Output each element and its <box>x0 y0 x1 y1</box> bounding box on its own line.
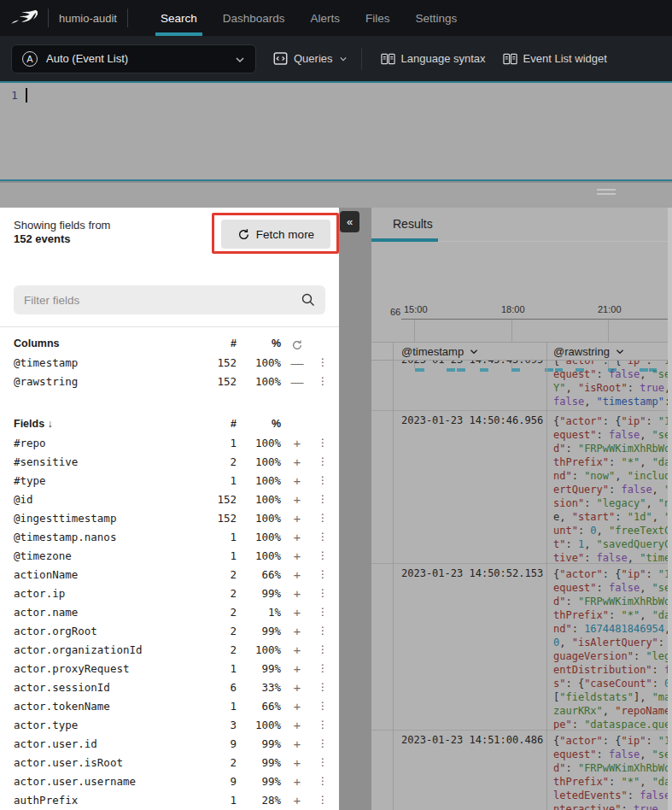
field-row[interactable]: @timestamp152100%—⋮ <box>14 353 332 372</box>
field-row[interactable]: actor.sessionId633%+⋮ <box>14 678 332 696</box>
add-column-icon[interactable]: + <box>281 643 313 657</box>
filter-fields-input[interactable]: Filter fields <box>14 285 325 314</box>
event-row[interactable]: 2023-01-23 14:50:52.153{"actor": {"ip": … <box>371 564 672 731</box>
field-row[interactable]: actor.tokenName166%+⋮ <box>14 696 332 715</box>
view-selector-label: Auto (Event List) <box>46 52 128 65</box>
event-row[interactable]: 2023-01-23 14:51:00.486{"actor": {"ip": … <box>371 731 672 810</box>
kebab-menu-icon[interactable]: ⋮ <box>313 587 332 599</box>
results-scrollbar[interactable] <box>668 208 672 810</box>
field-row[interactable]: actor.name21%+⋮ <box>14 602 332 621</box>
add-column-icon[interactable]: + <box>281 586 313 601</box>
field-row[interactable]: #type1100%+⋮ <box>14 471 332 490</box>
fetch-more-button[interactable]: Fetch more <box>221 220 330 249</box>
nav-tab-search[interactable]: Search <box>161 0 197 36</box>
kebab-menu-icon[interactable]: ⋮ <box>313 625 332 637</box>
kebab-menu-icon[interactable]: ⋮ <box>313 737 332 749</box>
field-row[interactable]: authPrefix128%+⋮ <box>14 790 332 809</box>
kebab-menu-icon[interactable]: ⋮ <box>313 643 332 655</box>
add-column-icon[interactable]: + <box>281 624 313 638</box>
field-row[interactable]: actor.user.id999%+⋮ <box>14 734 332 753</box>
field-row[interactable]: actor.type3100%+⋮ <box>14 715 332 734</box>
field-row[interactable]: @timezone1100%+⋮ <box>14 546 332 565</box>
field-row[interactable]: actionName266%+⋮ <box>14 565 332 584</box>
kebab-menu-icon[interactable]: ⋮ <box>313 719 332 731</box>
event-row[interactable]: 2023-01-23 14:45:45.095{"actor": {"ip": … <box>371 361 672 411</box>
remove-column-icon[interactable]: — <box>281 374 313 389</box>
kebab-menu-icon[interactable]: ⋮ <box>313 531 332 543</box>
add-column-icon[interactable]: + <box>281 530 313 544</box>
queries-button[interactable]: Queries <box>273 51 348 66</box>
kebab-menu-icon[interactable]: ⋮ <box>313 549 332 561</box>
add-column-icon[interactable]: + <box>281 680 313 695</box>
add-column-icon[interactable]: + <box>281 549 313 563</box>
editor-caret <box>26 88 27 103</box>
add-column-icon[interactable]: + <box>281 699 313 713</box>
rawstring-line: 0, "isAlertQuery": <box>553 636 670 649</box>
remove-column-icon[interactable]: — <box>281 355 313 370</box>
fetch-more-label: Fetch more <box>256 228 314 241</box>
kebab-menu-icon[interactable]: ⋮ <box>313 493 332 505</box>
add-column-icon[interactable]: + <box>281 774 313 789</box>
rawstring-column-header[interactable]: @rawstring <box>553 345 625 358</box>
timestamp-column-header[interactable]: @timestamp <box>401 345 479 358</box>
splitter-grip-icon[interactable] <box>597 189 616 197</box>
kebab-menu-icon[interactable]: ⋮ <box>313 356 332 368</box>
event-list-widget-button[interactable]: Event List widget <box>503 52 607 66</box>
refresh-columns-icon[interactable] <box>281 336 313 350</box>
panel-splitter[interactable] <box>0 183 672 208</box>
kebab-menu-icon[interactable]: ⋮ <box>313 474 332 486</box>
add-column-icon[interactable]: + <box>281 511 313 525</box>
event-histogram-chart: 66 15:0018:0021:00 <box>371 242 672 342</box>
field-row[interactable]: actor.organizationId2100%+⋮ <box>14 640 332 659</box>
kebab-menu-icon[interactable]: ⋮ <box>313 437 332 449</box>
event-rawstring: {"actor": {"ip": "1equest": false, "seY"… <box>553 361 670 408</box>
repo-name[interactable]: humio-audit <box>59 12 117 25</box>
crowdstrike-falcon-logo[interactable] <box>9 6 38 30</box>
rawstring-line: nteractive": true, <box>553 802 670 810</box>
add-column-icon[interactable]: + <box>281 718 313 732</box>
nav-tab-dashboards[interactable]: Dashboards <box>223 0 285 36</box>
add-column-icon[interactable]: + <box>281 492 313 507</box>
add-column-icon[interactable]: + <box>281 793 313 807</box>
kebab-menu-icon[interactable]: ⋮ <box>313 681 332 693</box>
event-row[interactable]: 2023-01-23 14:50:46.956{"actor": {"ip": … <box>371 411 672 564</box>
field-row[interactable]: @id152100%+⋮ <box>14 490 332 508</box>
kebab-menu-icon[interactable]: ⋮ <box>313 568 332 580</box>
add-column-icon[interactable]: + <box>281 661 313 676</box>
nav-tab-files[interactable]: Files <box>365 0 390 36</box>
kebab-menu-icon[interactable]: ⋮ <box>313 775 332 787</box>
field-row[interactable]: actor.user.username999%+⋮ <box>14 772 332 790</box>
kebab-menu-icon[interactable]: ⋮ <box>313 700 332 712</box>
query-editor[interactable]: 1 <box>0 81 672 181</box>
field-row[interactable]: #sensitive2100%+⋮ <box>14 452 332 471</box>
add-column-icon[interactable]: + <box>281 755 313 770</box>
field-row[interactable]: @ingesttimestamp152100%+⋮ <box>14 508 332 527</box>
collapse-fields-panel-button[interactable]: « <box>340 211 359 232</box>
language-syntax-button[interactable]: Language syntax <box>381 52 486 66</box>
kebab-menu-icon[interactable]: ⋮ <box>313 794 332 806</box>
add-column-icon[interactable]: + <box>281 737 313 751</box>
add-column-icon[interactable]: + <box>281 455 313 469</box>
field-row[interactable]: actor.orgRoot299%+⋮ <box>14 621 332 640</box>
nav-tab-settings[interactable]: Settings <box>416 0 458 36</box>
add-column-icon[interactable]: + <box>281 473 313 488</box>
sort-descending-icon[interactable]: ↓ <box>48 418 53 430</box>
kebab-menu-icon[interactable]: ⋮ <box>313 756 332 768</box>
kebab-menu-icon[interactable]: ⋮ <box>313 606 332 618</box>
nav-tab-alerts[interactable]: Alerts <box>311 0 341 36</box>
field-row[interactable]: actor.user.isRoot299%+⋮ <box>14 753 332 772</box>
field-row[interactable]: actor.proxyRequest199%+⋮ <box>14 659 332 678</box>
tab-results[interactable]: Results <box>393 217 433 231</box>
add-column-icon[interactable]: + <box>281 567 313 582</box>
field-row[interactable]: @rawstring152100%—⋮ <box>14 372 332 390</box>
add-column-icon[interactable]: + <box>281 436 313 450</box>
field-row[interactable]: #repo1100%+⋮ <box>14 433 332 452</box>
view-selector-dropdown[interactable]: A Auto (Event List) <box>11 44 256 73</box>
field-row[interactable]: @timestamp.nanos1100%+⋮ <box>14 527 332 546</box>
kebab-menu-icon[interactable]: ⋮ <box>313 662 332 674</box>
add-column-icon[interactable]: + <box>281 605 313 619</box>
kebab-menu-icon[interactable]: ⋮ <box>313 455 332 467</box>
field-row[interactable]: actor.ip299%+⋮ <box>14 584 332 602</box>
kebab-menu-icon[interactable]: ⋮ <box>313 375 332 387</box>
kebab-menu-icon[interactable]: ⋮ <box>313 512 332 524</box>
